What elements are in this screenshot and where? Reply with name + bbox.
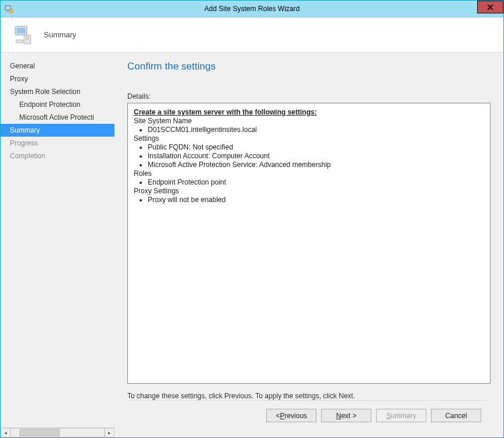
footer: < Previous Next > Summary Cancel: [127, 400, 491, 430]
svg-rect-10: [16, 40, 23, 43]
nav-item-summary[interactable]: Summary: [1, 124, 114, 137]
app-icon: [4, 4, 13, 13]
computer-icon: [12, 23, 36, 47]
list-item: Installation Account: Computer Account: [148, 152, 484, 161]
proxy-list: Proxy will not be enabled: [148, 196, 484, 204]
svg-rect-8: [26, 36, 30, 37]
details-label: Details:: [127, 92, 491, 100]
svg-point-2: [9, 9, 13, 13]
site-system-name-label: Site System Name: [134, 117, 484, 126]
window-title: Add Site System Roles Wizard: [204, 5, 300, 13]
wizard-header: Summary: [1, 18, 503, 53]
nav-item-system-role-selection[interactable]: System Role Selection: [1, 85, 114, 98]
cancel-button[interactable]: Cancel: [431, 409, 481, 422]
list-item: Endpoint Protection point: [148, 178, 484, 187]
proxy-label: Proxy Settings: [134, 187, 484, 196]
svg-rect-9: [26, 38, 30, 39]
scroll-left-arrow[interactable]: ◂: [1, 428, 11, 437]
wizard-window: Add Site System Roles Wizard Summary Gen…: [0, 0, 504, 438]
close-button[interactable]: [477, 1, 503, 13]
site-system-name-list: D01SCCM01.intelligentinsites.local: [148, 126, 484, 134]
nav-item-proxy[interactable]: Proxy: [1, 72, 114, 85]
roles-label: Roles: [134, 169, 484, 178]
page-title: Confirm the settings: [127, 61, 491, 72]
sidebar-scrollbar[interactable]: ◂ ▸: [1, 427, 114, 437]
list-item: Public FQDN: Not specified: [148, 143, 484, 152]
list-item: Microsoft Active Protection Service: Adv…: [148, 161, 484, 169]
summary-button: Summary: [376, 409, 426, 422]
wizard-body: GeneralProxySystem Role SelectionEndpoin…: [1, 53, 503, 437]
main-panel: Confirm the settings Details: Create a s…: [114, 53, 503, 437]
details-heading: Create a site system server with the fol…: [134, 108, 484, 117]
nav-item-general[interactable]: General: [1, 60, 114, 72]
scroll-thumb[interactable]: [19, 429, 60, 437]
nav-item-progress: Progress: [1, 137, 114, 150]
nav-list: GeneralProxySystem Role SelectionEndpoin…: [1, 53, 114, 427]
nav-item-endpoint-protection[interactable]: Endpoint Protection: [1, 98, 114, 111]
title-bar: Add Site System Roles Wizard: [1, 1, 503, 18]
nav-item-completion: Completion: [1, 150, 114, 162]
sidebar: GeneralProxySystem Role SelectionEndpoin…: [1, 53, 114, 437]
svg-rect-6: [17, 27, 26, 33]
list-item: Proxy will not be enabled: [148, 196, 484, 204]
svg-rect-0: [5, 6, 11, 10]
scroll-right-arrow[interactable]: ▸: [105, 428, 114, 437]
settings-label: Settings: [134, 134, 484, 143]
hint-text: To change these settings, click Previous…: [127, 392, 491, 400]
next-button[interactable]: Next >: [321, 409, 371, 422]
svg-rect-1: [6, 11, 9, 12]
list-item: D01SCCM01.intelligentinsites.local: [148, 126, 484, 134]
roles-list: Endpoint Protection point: [148, 178, 484, 187]
previous-button[interactable]: < Previous: [266, 409, 317, 422]
details-box[interactable]: Create a site system server with the fol…: [127, 103, 491, 384]
scroll-track[interactable]: [11, 428, 105, 437]
settings-list: Public FQDN: Not specifiedInstallation A…: [148, 143, 484, 169]
header-step-title: Summary: [44, 30, 77, 39]
nav-item-microsoft-active-protecti[interactable]: Microsoft Active Protecti: [1, 111, 114, 124]
